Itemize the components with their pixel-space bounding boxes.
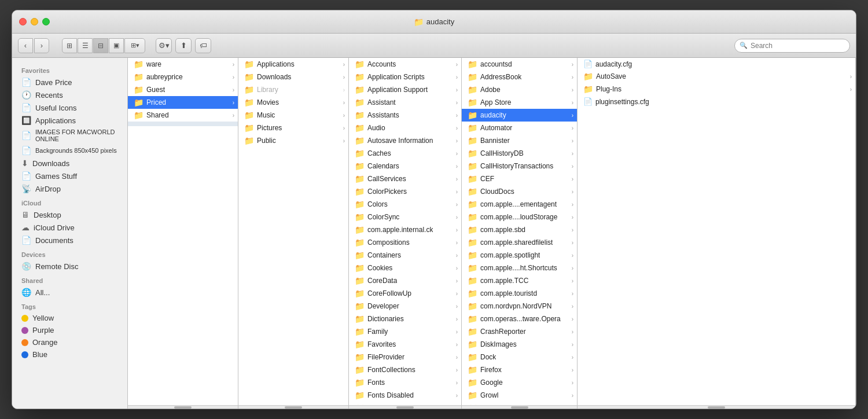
col4-callhistorytransactions[interactable]: 📁 CallHistoryTransactions ›	[462, 160, 577, 172]
sidebar-item-recents[interactable]: 🕐 Recents	[12, 89, 127, 101]
col4-com-apple-tcc[interactable]: 📁 com.apple.TCC ›	[462, 274, 577, 287]
forward-button[interactable]: ›	[34, 38, 49, 53]
col3-application-support[interactable]: 📁 Application Support ›	[349, 83, 461, 96]
col2-music[interactable]: 📁 Music ›	[238, 109, 348, 122]
sidebar-item-downloads[interactable]: ⬇ Downloads	[12, 157, 127, 170]
search-input[interactable]	[751, 42, 845, 50]
col1-ware[interactable]: 📁 ware ›	[128, 58, 238, 71]
sidebar-item-useful-icons[interactable]: 📄 Useful Icons	[12, 101, 127, 114]
col3-colors[interactable]: 📁 Colors ›	[349, 198, 461, 211]
list-view-button[interactable]: ☰	[78, 38, 93, 53]
sidebar-item-airdrop[interactable]: 📡 AirDrop	[12, 182, 127, 195]
col3-corefollowup[interactable]: 📁 CoreFollowUp ›	[349, 287, 461, 300]
col3-application-scripts[interactable]: 📁 Application Scripts ›	[349, 71, 461, 83]
sidebar-item-games-stuff[interactable]: 📄 Games Stuff	[12, 170, 127, 182]
col4-dock[interactable]: 📁 Dock ›	[462, 351, 577, 363]
sidebar-item-all[interactable]: 🌐 All...	[12, 286, 127, 299]
col3-family[interactable]: 📁 Family ›	[349, 325, 461, 338]
col3-favorites[interactable]: 📁 Favorites ›	[349, 338, 461, 351]
sidebar-item-backgrounds[interactable]: 📄 Backgrounds 850x450 pixels	[12, 144, 127, 157]
col3-fileprovider[interactable]: 📁 FileProvider ›	[349, 351, 461, 363]
col4-com-apple-sbd[interactable]: 📁 com.apple.sbd ›	[462, 223, 577, 236]
sidebar-item-yellow[interactable]: Yellow	[12, 312, 127, 324]
col4-com-apple-spotlight[interactable]: 📁 com.apple.spotlight ›	[462, 249, 577, 262]
col4-com-apple-ht-shortcuts[interactable]: 📁 com.apple....ht.Shortcuts ›	[462, 262, 577, 274]
col4-callhistorydb[interactable]: 📁 CallHistoryDB ›	[462, 147, 577, 160]
col4-com-nordvpn[interactable]: 📁 com.nordvpn.NordVPN ›	[462, 300, 577, 313]
col4-accountsd[interactable]: 📁 accountsd ›	[462, 58, 577, 71]
col3-assistants[interactable]: 📁 Assistants ›	[349, 109, 461, 122]
col4-bannister[interactable]: 📁 Bannister ›	[462, 134, 577, 147]
back-button[interactable]: ‹	[18, 38, 33, 53]
col2-pictures[interactable]: 📁 Pictures ›	[238, 122, 348, 134]
gallery-view-button[interactable]: ▣	[109, 38, 124, 53]
col4-com-operas-opera[interactable]: 📁 com.operas...tware.Opera ›	[462, 313, 577, 325]
col4-firefox[interactable]: 📁 Firefox ›	[462, 363, 577, 376]
col4-google[interactable]: 📁 Google ›	[462, 376, 577, 389]
sidebar-item-blue[interactable]: Blue	[12, 348, 127, 361]
col4-audacity[interactable]: 📁 audacity ›	[462, 109, 577, 122]
close-button[interactable]	[19, 18, 27, 25]
col2-library[interactable]: 📁 Library ›	[238, 83, 348, 96]
action-button[interactable]: ⚙▾	[156, 38, 172, 53]
col1-priced[interactable]: 📁 Priced ›	[128, 96, 238, 109]
col3-com-apple-internal-ck[interactable]: 📁 com.apple.internal.ck ›	[349, 223, 461, 236]
col3-audio[interactable]: 📁 Audio ›	[349, 122, 461, 134]
col3-developer[interactable]: 📁 Developer ›	[349, 300, 461, 313]
sidebar-item-dave-price[interactable]: 📄 Dave Price	[12, 76, 127, 89]
sidebar-item-applications[interactable]: 🔲 Applications	[12, 114, 127, 127]
sidebar-item-icloud-drive[interactable]: ☁ iCloud Drive	[12, 221, 127, 234]
share-button[interactable]: ⬆	[175, 38, 192, 53]
col1-guest[interactable]: 📁 Guest ›	[128, 83, 238, 96]
col5-plug-ins[interactable]: 📁 Plug-Ins ›	[578, 83, 855, 95]
col4-adobe[interactable]: 📁 Adobe ›	[462, 83, 577, 96]
col3-coredata[interactable]: 📁 CoreData ›	[349, 274, 461, 287]
col4-com-apple-touristd[interactable]: 📁 com.apple.touristd ›	[462, 287, 577, 300]
col4-crashreporter[interactable]: 📁 CrashReporter ›	[462, 325, 577, 338]
icon-view-button[interactable]: ⊞	[62, 38, 77, 53]
col3-compositions[interactable]: 📁 Compositions ›	[349, 236, 461, 249]
col3-callservices[interactable]: 📁 CallServices ›	[349, 172, 461, 185]
col2-applications[interactable]: 📁 Applications ›	[238, 58, 348, 71]
col3-colorsync[interactable]: 📁 ColorSync ›	[349, 211, 461, 223]
col5-autosave[interactable]: 📁 AutoSave ›	[578, 70, 855, 83]
col4-scrollbar[interactable]	[462, 405, 577, 409]
column-view-button[interactable]: ⊟	[93, 38, 108, 53]
col3-fonts[interactable]: 📁 Fonts ›	[349, 376, 461, 389]
col3-autosave-information[interactable]: 📁 Autosave Information ›	[349, 134, 461, 147]
col1-scrollbar[interactable]	[128, 405, 238, 409]
col4-clouddocs[interactable]: 📁 CloudDocs ›	[462, 185, 577, 198]
col2-public[interactable]: 📁 Public ›	[238, 134, 348, 147]
search-box[interactable]: 🔍	[734, 39, 850, 53]
sort-button[interactable]: ⊞▾	[124, 38, 145, 53]
col4-automator[interactable]: 📁 Automator ›	[462, 122, 577, 134]
col4-growl[interactable]: 📁 Growl ›	[462, 389, 577, 402]
col4-com-apple-loudstorage[interactable]: 📁 com.apple....loudStorage ›	[462, 211, 577, 223]
col4-diskimages[interactable]: 📁 DiskImages ›	[462, 338, 577, 351]
col2-movies[interactable]: 📁 Movies ›	[238, 96, 348, 109]
col3-dictionaries[interactable]: 📁 Dictionaries ›	[349, 313, 461, 325]
col4-cef[interactable]: 📁 CEF ›	[462, 172, 577, 185]
col4-addressbook[interactable]: 📁 AddressBook ›	[462, 71, 577, 83]
sidebar-item-orange[interactable]: Orange	[12, 336, 127, 348]
col3-fonts-disabled[interactable]: 📁 Fonts Disabled ›	[349, 389, 461, 402]
col3-colorpickers[interactable]: 📁 ColorPickers ›	[349, 185, 461, 198]
col3-fontcollections[interactable]: 📁 FontCollections ›	[349, 363, 461, 376]
col1-shared[interactable]: 📁 Shared ›	[128, 109, 238, 122]
col2-scrollbar[interactable]	[238, 405, 348, 409]
col3-calendars[interactable]: 📁 Calendars ›	[349, 160, 461, 172]
sidebar-item-documents[interactable]: 📄 Documents	[12, 234, 127, 247]
col5-audacity-cfg[interactable]: 📄 audacity.cfg	[578, 58, 855, 70]
col4-com-apple-sharedfilelist[interactable]: 📁 com.apple.sharedfilelist ›	[462, 236, 577, 249]
col3-containers[interactable]: 📁 Containers ›	[349, 249, 461, 262]
tags-button[interactable]: 🏷	[195, 38, 211, 53]
col4-app-store[interactable]: 📁 App Store ›	[462, 96, 577, 109]
col3-accounts[interactable]: 📁 Accounts ›	[349, 58, 461, 71]
col5-pluginsettings-cfg[interactable]: 📄 pluginsettings.cfg	[578, 95, 855, 108]
col3-cookies[interactable]: 📁 Cookies ›	[349, 262, 461, 274]
col5-scrollbar[interactable]	[578, 405, 855, 409]
col3-scrollbar[interactable]	[349, 405, 461, 409]
col2-downloads[interactable]: 📁 Downloads ›	[238, 71, 348, 83]
col1-aubreyprice[interactable]: 📁 aubreyprice ›	[128, 71, 238, 83]
sidebar-item-images-macworld[interactable]: 📄 IMAGES FOR MACWORLD ONLINE	[12, 127, 127, 144]
